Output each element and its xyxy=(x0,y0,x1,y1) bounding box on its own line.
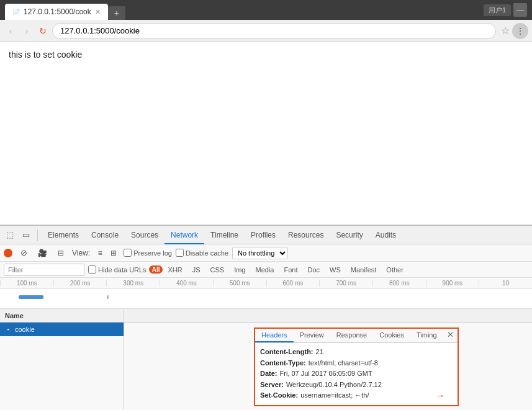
type-filter-bar: Hide data URLs All XHR JS CSS Img Media … xyxy=(0,262,532,278)
menu-button[interactable]: ⋮ xyxy=(512,23,528,39)
video-capture-button[interactable]: 🎥 xyxy=(35,246,50,261)
timeline-mark-800: 800 ms xyxy=(372,280,426,287)
type-btn-img[interactable]: Img xyxy=(229,262,250,278)
inspect-element-button[interactable]: ⬚ xyxy=(2,228,17,243)
timeline-mark-200: 200 ms xyxy=(53,280,107,287)
detail-tab-response[interactable]: Response xyxy=(330,329,374,342)
nav-bar: ‹ › ↻ ☆ ⋮ xyxy=(0,20,532,42)
toolbar-separator xyxy=(37,229,38,241)
disable-cache-label: Disable cache xyxy=(186,249,228,257)
header-row-content-length: Content-Length: 21 xyxy=(260,347,453,358)
header-val-date: Fri, 07 Jul 2017 06:05:09 GMT xyxy=(280,368,372,380)
network-timeline-column: Headers Preview Response Cookies Timing … xyxy=(124,309,532,410)
type-btn-doc[interactable]: Doc xyxy=(302,262,325,278)
tab-elements[interactable]: Elements xyxy=(42,226,85,244)
timeline-bar-purple xyxy=(107,295,109,299)
tab-resources[interactable]: Resources xyxy=(282,226,330,244)
detail-tab-preview[interactable]: Preview xyxy=(294,329,330,342)
preserve-log-checkbox-label[interactable]: Preserve log xyxy=(124,249,172,257)
view-icons: ≡ ⊞ xyxy=(94,247,120,259)
hide-data-urls-checkbox[interactable] xyxy=(88,265,96,274)
tab-console[interactable]: Console xyxy=(85,226,125,244)
tab-favicon-icon: 📄 xyxy=(12,9,20,16)
timeline-mark-500: 500 ms xyxy=(213,280,266,287)
bookmark-icon[interactable]: ☆ xyxy=(501,25,510,37)
header-row-server: Server: Werkzeug/0.10.4 Python/2.7.12 xyxy=(260,380,453,391)
arrow-indicator: → xyxy=(435,388,445,404)
tab-security[interactable]: Security xyxy=(330,226,369,244)
detail-panel: Headers Preview Response Cookies Timing … xyxy=(254,328,459,406)
type-btn-css[interactable]: CSS xyxy=(205,262,230,278)
detail-close-button[interactable]: ✕ xyxy=(443,329,458,342)
type-btn-ws[interactable]: WS xyxy=(325,262,346,278)
disable-cache-checkbox[interactable] xyxy=(176,249,184,257)
filter-input[interactable] xyxy=(4,264,84,276)
detail-tab-headers[interactable]: Headers xyxy=(255,329,294,342)
type-btn-manifest[interactable]: Manifest xyxy=(346,262,382,278)
tab-title: 127.0.0.1:5000/cook xyxy=(24,7,91,16)
minimize-button[interactable]: — xyxy=(513,3,527,17)
detail-tab-cookies[interactable]: Cookies xyxy=(373,329,410,342)
devtools-filter-bar: ⊘ 🎥 ⊟ View: ≡ ⊞ Preserve log Disable cac… xyxy=(0,244,532,262)
devtools-tabs: Elements Console Sources Network Timelin… xyxy=(42,226,402,244)
address-bar[interactable] xyxy=(52,23,496,39)
tab-profiles[interactable]: Profiles xyxy=(245,226,282,244)
tab-sources[interactable]: Sources xyxy=(125,226,165,244)
row-name: cookie xyxy=(15,326,35,333)
header-val-content-length: 21 xyxy=(316,347,323,358)
detail-tab-timing[interactable]: Timing xyxy=(410,329,443,342)
detail-content: Content-Length: 21 Content-Type: text/ht… xyxy=(255,343,458,405)
throttle-select[interactable]: No throttling xyxy=(232,247,288,259)
all-badge[interactable]: All xyxy=(149,265,163,274)
header-key-server: Server: xyxy=(260,380,284,391)
timeline-mark-600: 600 ms xyxy=(266,280,320,287)
device-mode-button[interactable]: ▭ xyxy=(19,228,34,243)
network-table: Name ▪ cookie Headers Preview Response C… xyxy=(0,309,532,410)
header-val-server: Werkzeug/0.10.4 Python/2.7.12 xyxy=(286,380,382,391)
refresh-button[interactable]: ↻ xyxy=(36,24,50,38)
view-label: View: xyxy=(72,249,90,257)
tab-close-button[interactable]: ✕ xyxy=(95,8,101,16)
timeline-mark-100: 100 ms xyxy=(0,280,53,287)
header-key-content-length: Content-Length: xyxy=(260,347,313,358)
preserve-log-checkbox[interactable] xyxy=(124,249,132,257)
user-label: 用户1 xyxy=(484,4,511,16)
tab-timeline[interactable]: Timeline xyxy=(204,226,245,244)
hide-data-urls-label[interactable]: Hide data URLs xyxy=(88,265,147,274)
tab-audits[interactable]: Audits xyxy=(369,226,402,244)
name-column-header: Name xyxy=(0,309,124,323)
preserve-log-label: Preserve log xyxy=(133,249,172,257)
disable-cache-checkbox-label[interactable]: Disable cache xyxy=(176,249,228,257)
header-row-content-type: Content-Type: text/html; charset=utf-8 xyxy=(260,358,453,369)
header-row-date: Date: Fri, 07 Jul 2017 06:05:09 GMT xyxy=(260,368,453,380)
header-row-set-cookie: Set-Cookie: username=itcast; ←th/ xyxy=(260,390,453,401)
type-btn-other[interactable]: Other xyxy=(381,262,408,278)
split-view-button[interactable]: ⊞ xyxy=(107,247,120,259)
type-btn-font[interactable]: Font xyxy=(279,262,302,278)
detail-tabs: Headers Preview Response Cookies Timing … xyxy=(255,329,458,343)
timeline-mark-300: 300 ms xyxy=(106,280,160,287)
devtools-panel: ⬚ ▭ Elements Console Sources Network Tim… xyxy=(0,225,532,410)
clear-button[interactable]: ⊘ xyxy=(16,246,31,261)
active-tab[interactable]: 📄 127.0.0.1:5000/cook ✕ xyxy=(5,4,108,20)
type-btn-xhr[interactable]: XHR xyxy=(163,262,187,278)
timeline-bars xyxy=(0,289,532,308)
filter-toggle-button[interactable]: ⊟ xyxy=(53,246,68,261)
devtools-toolbar: ⬚ ▭ Elements Console Sources Network Tim… xyxy=(0,226,532,244)
forward-button[interactable]: › xyxy=(20,24,34,38)
page-content: this is to set cookie xyxy=(0,42,532,225)
table-row[interactable]: ▪ cookie xyxy=(0,323,124,336)
tab-network[interactable]: Network xyxy=(165,226,204,244)
window-controls: 用户1 — xyxy=(484,3,527,17)
timeline-column-header xyxy=(124,309,532,323)
header-val-content-type: text/html; charset=utf-8 xyxy=(309,358,378,369)
back-button[interactable]: ‹ xyxy=(4,24,17,38)
type-btn-js[interactable]: JS xyxy=(187,262,205,278)
timeline-area: 100 ms 200 ms 300 ms 400 ms 500 ms 600 m… xyxy=(0,278,532,309)
new-tab-button[interactable]: + xyxy=(108,6,125,20)
type-btn-media[interactable]: Media xyxy=(250,262,279,278)
timeline-mark-900: 900 ms xyxy=(426,280,479,287)
header-key-set-cookie: Set-Cookie: xyxy=(260,390,298,401)
record-button[interactable] xyxy=(4,249,12,257)
list-view-button[interactable]: ≡ xyxy=(94,247,106,259)
